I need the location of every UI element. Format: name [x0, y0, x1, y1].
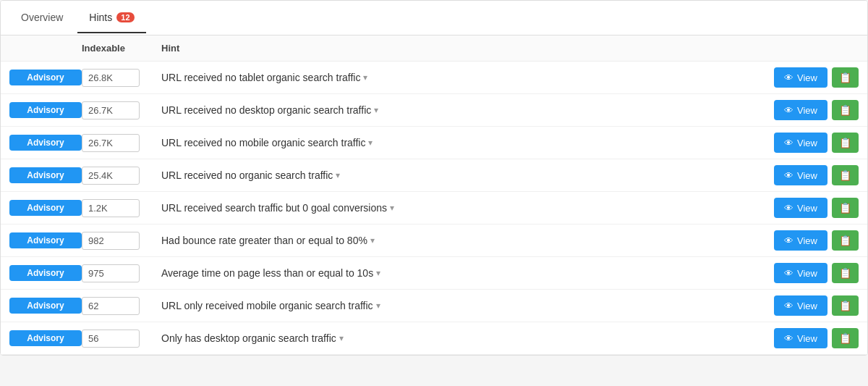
advisory-badge[interactable]: Advisory	[9, 200, 82, 216]
action-buttons: 👁 View 📋	[743, 133, 859, 153]
hint-cell: URL received no desktop organic search t…	[161, 104, 743, 116]
hint-dropdown-icon[interactable]: ▾	[376, 268, 380, 278]
view-label: View	[797, 235, 817, 246]
count-cell: 26.7K	[82, 134, 161, 152]
hint-cell: Average time on page less than or equal …	[161, 267, 743, 279]
export-button[interactable]: 📋	[832, 328, 859, 348]
hint-dropdown-icon[interactable]: ▾	[374, 105, 378, 115]
table-row: Advisory 26.8K URL received no tablet or…	[1, 62, 867, 94]
export-button[interactable]: 📋	[832, 67, 859, 88]
view-label: View	[797, 268, 817, 279]
hint-text-content: URL received no desktop organic search t…	[161, 104, 371, 116]
count-value: 26.8K	[82, 69, 140, 87]
export-icon: 📋	[839, 267, 851, 279]
action-buttons: 👁 View 📋	[743, 100, 859, 120]
table-row: Advisory 982 Had bounce rate greater tha…	[1, 225, 867, 257]
advisory-badge-cell: Advisory	[9, 135, 82, 151]
count-cell: 982	[82, 232, 161, 250]
advisory-badge[interactable]: Advisory	[9, 232, 82, 248]
export-icon: 📋	[839, 202, 851, 214]
hint-dropdown-icon[interactable]: ▾	[368, 138, 373, 148]
advisory-badge[interactable]: Advisory	[9, 167, 82, 183]
view-label: View	[797, 72, 817, 83]
advisory-badge[interactable]: Advisory	[9, 70, 82, 85]
count-cell: 62	[82, 297, 161, 315]
view-button[interactable]: 👁 View	[774, 230, 827, 251]
count-cell: 1.2K	[82, 199, 161, 217]
hint-dropdown-icon[interactable]: ▾	[370, 235, 375, 246]
advisory-badge-cell: Advisory	[9, 298, 82, 314]
view-button[interactable]: 👁 View	[774, 67, 827, 88]
eye-icon: 👁	[784, 170, 793, 181]
tab-hints[interactable]: Hints 12	[77, 3, 145, 33]
export-icon: 📋	[839, 235, 851, 246]
hint-cell: URL only received mobile organic search …	[161, 300, 743, 311]
advisory-badge-cell: Advisory	[9, 232, 82, 248]
hint-cell: Only has desktop organic search traffic …	[161, 332, 743, 344]
export-icon: 📋	[839, 332, 851, 344]
advisory-badge[interactable]: Advisory	[9, 265, 82, 281]
export-button[interactable]: 📋	[832, 100, 859, 120]
count-cell: 25.4K	[82, 167, 161, 185]
view-button[interactable]: 👁 View	[774, 165, 827, 185]
hint-dropdown-icon[interactable]: ▾	[363, 72, 367, 83]
hints-badge: 12	[116, 12, 134, 22]
export-button[interactable]: 📋	[832, 165, 859, 185]
eye-icon: 👁	[784, 203, 793, 214]
action-buttons: 👁 View 📋	[743, 165, 859, 185]
export-icon: 📋	[839, 137, 851, 148]
count-value: 25.4K	[82, 167, 140, 185]
export-button[interactable]: 📋	[832, 198, 859, 218]
table-row: Advisory 1.2K URL received search traffi…	[1, 192, 867, 225]
view-button[interactable]: 👁 View	[774, 328, 827, 348]
export-button[interactable]: 📋	[832, 133, 859, 153]
advisory-badge[interactable]: Advisory	[9, 135, 82, 151]
hint-text-content: URL received search traffic but 0 goal c…	[161, 202, 387, 214]
advisory-badge[interactable]: Advisory	[9, 102, 82, 118]
hint-text-content: URL received no tablet organic search tr…	[161, 72, 360, 83]
view-label: View	[797, 138, 817, 148]
action-buttons: 👁 View 📋	[743, 67, 859, 88]
view-button[interactable]: 👁 View	[774, 295, 827, 316]
count-value: 56	[82, 330, 140, 348]
count-cell: 26.7K	[82, 101, 161, 119]
tab-hints-label: Hints	[89, 12, 112, 23]
eye-icon: 👁	[784, 333, 793, 344]
action-buttons: 👁 View 📋	[743, 263, 859, 283]
advisory-badge-cell: Advisory	[9, 200, 82, 216]
table-body: Advisory 26.8K URL received no tablet or…	[1, 62, 867, 355]
count-cell: 56	[82, 330, 161, 348]
export-icon: 📋	[839, 72, 851, 83]
export-button[interactable]: 📋	[832, 230, 859, 251]
hint-cell: URL received search traffic but 0 goal c…	[161, 202, 743, 214]
count-cell: 26.8K	[82, 69, 161, 87]
export-button[interactable]: 📋	[832, 263, 859, 283]
view-button[interactable]: 👁 View	[774, 263, 827, 283]
count-cell: 975	[82, 264, 161, 282]
eye-icon: 👁	[784, 72, 793, 83]
col-header-hint: Hint	[161, 43, 743, 54]
hint-dropdown-icon[interactable]: ▾	[339, 333, 344, 343]
table-header: Indexable Hint	[1, 35, 867, 62]
hint-text-content: URL received no organic search traffic	[161, 169, 333, 181]
view-button[interactable]: 👁 View	[774, 198, 827, 218]
advisory-badge-cell: Advisory	[9, 330, 82, 346]
table-row: Advisory 975 Average time on page less t…	[1, 257, 867, 290]
action-buttons: 👁 View 📋	[743, 230, 859, 251]
view-button[interactable]: 👁 View	[774, 100, 827, 120]
hint-dropdown-icon[interactable]: ▾	[336, 170, 340, 180]
hint-dropdown-icon[interactable]: ▾	[390, 203, 394, 213]
eye-icon: 👁	[784, 268, 793, 279]
tab-overview-label: Overview	[21, 12, 63, 23]
hint-dropdown-icon[interactable]: ▾	[376, 301, 380, 311]
export-button[interactable]: 📋	[832, 295, 859, 316]
count-value: 26.7K	[82, 134, 140, 152]
view-button[interactable]: 👁 View	[774, 133, 827, 153]
tab-overview[interactable]: Overview	[9, 3, 75, 33]
advisory-badge[interactable]: Advisory	[9, 298, 82, 314]
advisory-badge-cell: Advisory	[9, 265, 82, 281]
view-label: View	[797, 170, 817, 181]
export-icon: 📋	[839, 169, 851, 181]
hint-text-content: URL received no mobile organic search tr…	[161, 137, 365, 148]
advisory-badge[interactable]: Advisory	[9, 330, 82, 346]
